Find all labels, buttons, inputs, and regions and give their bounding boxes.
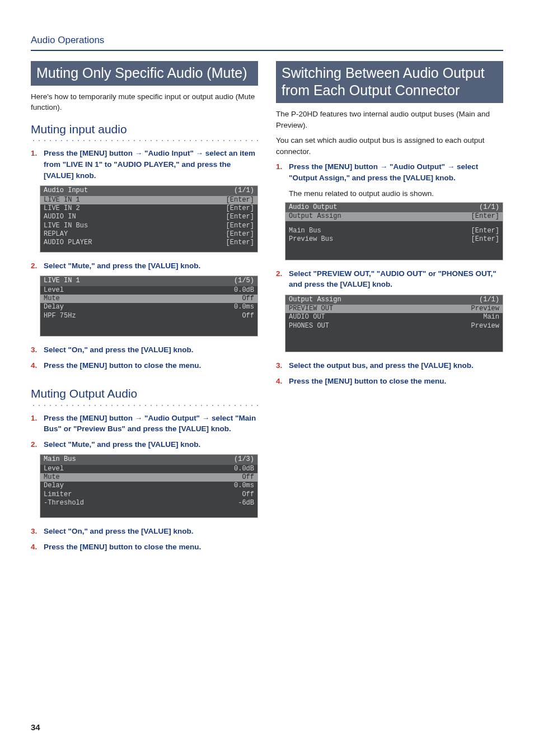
step-text: Select "On," and press the [VALUE] knob. xyxy=(44,344,258,356)
step-number: 3. xyxy=(31,344,39,356)
menu-row-value: 0.0dB xyxy=(234,286,254,295)
menu-title: Output Assign xyxy=(289,296,341,304)
step-number: 3. xyxy=(31,526,39,537)
menu-row: REPLAY[Enter] xyxy=(40,230,257,239)
menu-title: Audio Output xyxy=(289,203,337,212)
menu-row-label: AUDIO OUT xyxy=(289,313,325,321)
section-heading-mute: Muting Only Specific Audio (Mute) xyxy=(31,61,258,86)
menu-row: Level0.0dB xyxy=(40,286,257,295)
step-text: Press the [MENU] button → "Audio Input" … xyxy=(44,148,258,181)
step-text: Press the [MENU] button to close the men… xyxy=(44,360,258,371)
menu-row-value: -6dB xyxy=(238,499,254,507)
menu-row-label: Delay xyxy=(44,303,64,311)
step-text: Select the output bus, and press the [VA… xyxy=(289,360,503,371)
menu-row-value: 0.0ms xyxy=(234,482,254,490)
menu-row-value: [Enter] xyxy=(226,230,254,239)
menu-title: Audio Input xyxy=(44,186,88,195)
menu-title-row: Main Bus(1/3) xyxy=(40,455,257,464)
menu-row-label: LIVE IN 1 xyxy=(44,196,80,204)
page-number: 34 xyxy=(31,721,40,734)
menu-row: LimiterOff xyxy=(40,491,257,499)
step-number: 3. xyxy=(276,360,284,371)
menu-title-row: Audio Output(1/1) xyxy=(285,203,503,212)
menu-row: -Threshold-6dB xyxy=(40,499,257,507)
step-number: 2. xyxy=(276,268,284,290)
paragraph: The P-20HD features two internal audio o… xyxy=(276,109,503,130)
menu-row-label: AUDIO PLAYER xyxy=(44,239,92,247)
menu-row: LIVE IN Bus[Enter] xyxy=(40,222,257,230)
section-heading-switch: Switching Between Audio Output from Each… xyxy=(276,61,503,104)
menu-row: MuteOff xyxy=(40,473,257,482)
step-text: Select "Mute," and press the [VALUE] kno… xyxy=(44,439,258,450)
menu-row: HPF 75HzOff xyxy=(40,312,257,320)
menu-row-label: LIVE IN Bus xyxy=(44,222,88,230)
menu-title-row: Output Assign(1/1) xyxy=(285,295,503,305)
step-number: 4. xyxy=(31,360,39,371)
menu-row-value: [Enter] xyxy=(471,227,499,235)
menu-row: MuteOff xyxy=(40,295,257,303)
menu-row-value: Off xyxy=(242,312,254,320)
menu-page-indicator: (1/1) xyxy=(479,296,499,304)
menu-screenshot: Audio Output(1/1)Output Assign[Enter]Mai… xyxy=(285,202,503,260)
menu-row-label: Mute xyxy=(44,295,60,303)
menu-row-value: Main xyxy=(483,313,499,321)
menu-row: Preview Bus[Enter] xyxy=(285,235,503,244)
menu-row-label: Level xyxy=(44,286,64,295)
step-text: Press the [MENU] button → "Audio Output"… xyxy=(44,413,258,435)
menu-title: LIVE IN 1 xyxy=(44,277,80,285)
menu-row: AUDIO IN[Enter] xyxy=(40,213,257,221)
menu-row-label: Output Assign xyxy=(289,212,341,221)
step: 3. Select "On," and press the [VALUE] kn… xyxy=(31,344,258,356)
menu-title-row: Audio Input(1/1) xyxy=(40,186,257,195)
step: 3. Select "On," and press the [VALUE] kn… xyxy=(31,526,258,537)
subheading-output: Muting Output Audio xyxy=(31,385,258,402)
step-number: 4. xyxy=(31,542,39,553)
menu-row-value: Preview xyxy=(471,322,499,330)
menu-page-indicator: (1/1) xyxy=(479,203,499,212)
menu-row: PREVIEW OUTPreview xyxy=(285,305,503,313)
step: 1. Press the [MENU] button → "Audio Outp… xyxy=(276,161,503,183)
menu-row-label: LIVE IN 2 xyxy=(44,204,80,213)
menu-row-label: Mute xyxy=(44,473,60,482)
menu-row-label: Level xyxy=(44,465,64,473)
menu-row-value: [Enter] xyxy=(226,213,254,221)
menu-row: Delay0.0ms xyxy=(40,482,257,490)
header-title: Audio Operations xyxy=(31,34,503,48)
menu-title: Main Bus xyxy=(44,455,76,464)
step: 4. Press the [MENU] button to close the … xyxy=(276,376,503,387)
menu-row-label: PREVIEW OUT xyxy=(289,305,333,313)
menu-row-label: REPLAY xyxy=(44,230,68,239)
step: 1. Press the [MENU] button → "Audio Inpu… xyxy=(31,148,258,181)
menu-row: Output Assign[Enter] xyxy=(285,212,503,221)
menu-row-value: 0.0dB xyxy=(234,465,254,473)
menu-row: PHONES OUTPreview xyxy=(285,322,503,330)
step-text: Select "Mute," and press the [VALUE] kno… xyxy=(44,260,258,272)
menu-screenshot: Main Bus(1/3)Level0.0dBMuteOffDelay0.0ms… xyxy=(40,454,258,518)
menu-row: AUDIO OUTMain xyxy=(285,313,503,321)
subheading-input: Muting input audio xyxy=(31,121,258,138)
menu-row-value: Preview xyxy=(471,305,499,313)
menu-row-value: [Enter] xyxy=(226,204,254,213)
dotted-rule xyxy=(31,139,258,142)
menu-row-label: AUDIO IN xyxy=(44,213,76,221)
menu-row: Main Bus[Enter] xyxy=(285,227,503,235)
menu-row: AUDIO PLAYER[Enter] xyxy=(40,239,257,247)
menu-row-value: Off xyxy=(242,295,254,303)
step-subtext: The menu related to output audio is show… xyxy=(289,188,503,199)
step-number: 1. xyxy=(31,148,39,181)
step-number: 1. xyxy=(31,413,39,435)
paragraph: You can set which audio output bus is as… xyxy=(276,135,503,157)
left-column: Muting Only Specific Audio (Mute) Here's… xyxy=(31,61,258,734)
menu-title-row: LIVE IN 1(1/5) xyxy=(40,276,257,286)
intro-text: Here's how to temporarily mute specific … xyxy=(31,91,258,113)
step: 2. Select "Mute," and press the [VALUE] … xyxy=(31,439,258,450)
step: 2. Select "PREVIEW OUT," "AUDIO OUT" or … xyxy=(276,268,503,290)
dotted-rule xyxy=(31,404,258,407)
menu-row-value: 0.0ms xyxy=(234,303,254,311)
step-number: 2. xyxy=(31,439,39,450)
menu-screenshot: Audio Input(1/1)LIVE IN 1[Enter]LIVE IN … xyxy=(40,185,258,253)
menu-row-label: HPF 75Hz xyxy=(44,312,76,320)
menu-page-indicator: (1/1) xyxy=(234,186,254,195)
page-header: Audio Operations xyxy=(31,34,503,51)
menu-row-label: -Threshold xyxy=(44,499,84,507)
